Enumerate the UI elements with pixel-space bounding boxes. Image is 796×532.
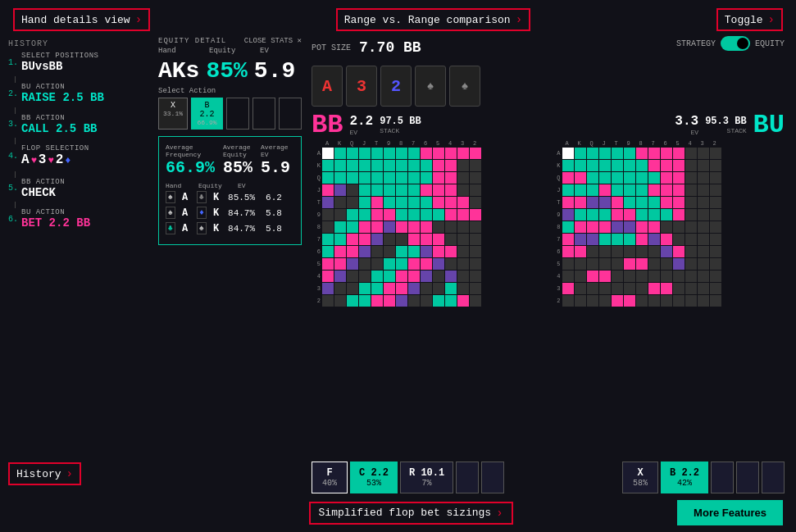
bu-act-4[interactable] (736, 462, 759, 493)
grid-cell[interactable] (710, 221, 721, 233)
grid-cell[interactable] (470, 148, 481, 159)
grid-cell[interactable] (334, 246, 346, 257)
grid-cell[interactable] (599, 160, 611, 171)
grid-cell[interactable] (457, 148, 469, 159)
grid-cell[interactable] (322, 160, 334, 171)
bu-act-b[interactable]: B 2.2 42% (661, 462, 708, 493)
grid-cell[interactable] (433, 271, 444, 282)
grid-cell[interactable] (698, 148, 709, 159)
grid-cell[interactable] (384, 172, 395, 184)
grid-cell[interactable] (334, 184, 346, 196)
grid-cell[interactable] (384, 283, 395, 294)
grid-cell[interactable] (624, 271, 635, 282)
grid-cell[interactable] (322, 246, 334, 257)
grid-cell[interactable] (421, 295, 432, 307)
grid-cell[interactable] (685, 295, 697, 307)
grid-cell[interactable] (562, 221, 574, 233)
grid-cell[interactable] (612, 184, 623, 196)
grid-cell[interactable] (433, 234, 444, 245)
grid-cell[interactable] (347, 246, 358, 257)
grid-cell[interactable] (599, 197, 611, 208)
grid-cell[interactable] (587, 209, 598, 221)
grid-cell[interactable] (673, 221, 685, 233)
grid-cell[interactable] (685, 172, 697, 184)
grid-cell[interactable] (359, 271, 371, 282)
strategy-equity-toggle[interactable] (721, 36, 750, 51)
grid-cell[interactable] (698, 295, 709, 307)
grid-cell[interactable] (648, 234, 660, 245)
grid-cell[interactable] (648, 160, 660, 171)
grid-cell[interactable] (396, 258, 407, 270)
grid-cell[interactable] (661, 246, 672, 257)
grid-cell[interactable] (648, 221, 660, 233)
grid-cell[interactable] (587, 184, 598, 196)
grid-cell[interactable] (661, 197, 672, 208)
grid-cell[interactable] (371, 209, 383, 221)
grid-cell[interactable] (661, 160, 672, 171)
grid-cell[interactable] (384, 160, 395, 171)
grid-cell[interactable] (359, 184, 371, 196)
grid-cell[interactable] (396, 271, 407, 282)
toggle-box[interactable]: Toggle › (716, 8, 783, 31)
grid-cell[interactable] (575, 221, 586, 233)
grid-cell[interactable] (698, 246, 709, 257)
bb-act-f[interactable]: F 40% (312, 462, 348, 493)
grid-cell[interactable] (359, 160, 371, 171)
grid-cell[interactable] (575, 148, 586, 159)
grid-cell[interactable] (648, 197, 660, 208)
grid-cell[interactable] (562, 209, 574, 221)
grid-cell[interactable] (562, 172, 574, 184)
grid-cell[interactable] (636, 184, 648, 196)
grid-cell[interactable] (347, 184, 358, 196)
grid-cell[interactable] (334, 221, 346, 233)
grid-cell[interactable] (384, 197, 395, 208)
grid-cell[interactable] (599, 148, 611, 159)
grid-cell[interactable] (587, 258, 598, 270)
grid-cell[interactable] (347, 271, 358, 282)
grid-cell[interactable] (457, 209, 469, 221)
grid-cell[interactable] (322, 148, 334, 159)
grid-cell[interactable] (587, 246, 598, 257)
bu-act-5[interactable] (762, 462, 785, 493)
grid-cell[interactable] (408, 295, 420, 307)
action-btn-4[interactable] (252, 98, 275, 130)
grid-cell[interactable] (457, 295, 469, 307)
grid-cell[interactable] (359, 234, 371, 245)
grid-cell[interactable] (685, 283, 697, 294)
grid-cell[interactable] (457, 172, 469, 184)
grid-cell[interactable] (698, 209, 709, 221)
grid-cell[interactable] (408, 271, 420, 282)
grid-cell[interactable] (457, 258, 469, 270)
grid-cell[interactable] (371, 148, 383, 159)
grid-cell[interactable] (612, 209, 623, 221)
grid-cell[interactable] (575, 283, 586, 294)
grid-cell[interactable] (673, 184, 685, 196)
grid-cell[interactable] (575, 209, 586, 221)
grid-cell[interactable] (384, 221, 395, 233)
bb-act-4[interactable] (456, 462, 479, 493)
grid-cell[interactable] (624, 221, 635, 233)
grid-cell[interactable] (710, 258, 721, 270)
grid-cell[interactable] (673, 258, 685, 270)
grid-cell[interactable] (470, 295, 481, 307)
grid-cell[interactable] (457, 160, 469, 171)
grid-cell[interactable] (445, 148, 457, 159)
grid-cell[interactable] (624, 160, 635, 171)
grid-cell[interactable] (396, 209, 407, 221)
grid-cell[interactable] (562, 246, 574, 257)
grid-cell[interactable] (322, 172, 334, 184)
grid-cell[interactable] (421, 283, 432, 294)
grid-cell[interactable] (698, 221, 709, 233)
grid-cell[interactable] (457, 283, 469, 294)
grid-cell[interactable] (698, 160, 709, 171)
grid-cell[interactable] (322, 271, 334, 282)
bu-act-3[interactable] (711, 462, 734, 493)
grid-cell[interactable] (661, 172, 672, 184)
grid-cell[interactable] (575, 271, 586, 282)
grid-cell[interactable] (322, 197, 334, 208)
grid-cell[interactable] (636, 197, 648, 208)
grid-cell[interactable] (322, 258, 334, 270)
grid-cell[interactable] (322, 283, 334, 294)
grid-cell[interactable] (575, 184, 586, 196)
grid-cell[interactable] (371, 172, 383, 184)
